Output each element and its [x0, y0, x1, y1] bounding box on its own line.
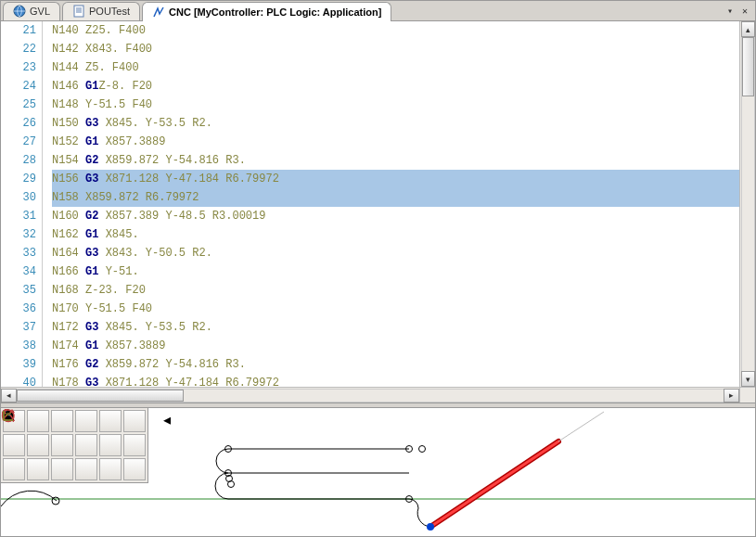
line-number: 32 — [1, 225, 36, 244]
line-number-gutter: 2122232425262728293031323334353637383940 — [1, 21, 43, 387]
rot-left-button[interactable] — [3, 458, 25, 480]
scroll-up-button[interactable]: ▴ — [741, 21, 755, 37]
tab-cnc[interactable]: CNC [MyController: PLC Logic: Applicatio… — [142, 2, 391, 21]
axes-yz-button[interactable]: yz — [123, 458, 146, 480]
line-number: 27 — [1, 133, 36, 151]
svg-line-54 — [558, 412, 604, 441]
first-button[interactable] — [3, 434, 25, 456]
code-line[interactable]: N174 G1 X857.3889 — [52, 337, 739, 355]
rot-arc-button[interactable] — [51, 458, 73, 480]
code-line[interactable]: N144 Z5. F400 — [52, 58, 739, 77]
code-editor: 2122232425262728293031323334353637383940… — [1, 21, 755, 403]
tab-label: GVL — [30, 6, 50, 17]
roi-button[interactable] — [123, 410, 146, 432]
code-line[interactable]: N158 X859.872 R6.79972 — [52, 188, 739, 207]
tab-gvl[interactable]: GVL — [3, 2, 60, 20]
play-button[interactable] — [123, 434, 146, 456]
zoom-reset-button[interactable] — [75, 410, 97, 432]
prev-button[interactable] — [27, 434, 49, 456]
line-number: 22 — [1, 40, 36, 58]
line-number: 31 — [1, 207, 36, 225]
line-number: 33 — [1, 244, 36, 262]
line-number: 29 — [1, 170, 36, 188]
code-line[interactable]: N178 G3 X871.128 Y-47.184 R6.79972 — [52, 374, 739, 387]
next-button[interactable] — [51, 434, 73, 456]
line-number: 34 — [1, 262, 36, 281]
line-number: 39 — [1, 355, 36, 374]
axes-xz-button[interactable]: xz — [99, 458, 122, 480]
code-line[interactable]: N176 G2 X859.872 Y-54.816 R3. — [52, 355, 739, 374]
line-number: 30 — [1, 188, 36, 207]
cnc-preview-pane[interactable]: xyxzyz ◂ — [1, 408, 755, 536]
document-icon — [72, 5, 85, 18]
code-line[interactable]: N156 G3 X871.128 Y-47.184 R6.79972 — [52, 170, 739, 188]
zoom-fit-button[interactable] — [27, 410, 49, 432]
line-number: 24 — [1, 77, 36, 96]
tab-label: POUTest — [89, 6, 130, 17]
line-number: 35 — [1, 281, 36, 300]
line-number: 38 — [1, 337, 36, 355]
svg-point-44 — [52, 497, 59, 505]
code-line[interactable]: N142 X843. F400 — [52, 40, 739, 58]
record-button[interactable] — [99, 434, 122, 456]
code-line[interactable]: N152 G1 X857.3889 — [52, 133, 739, 151]
code-line[interactable]: N140 Z25. F400 — [52, 21, 739, 40]
preview-toolbar: xyxzyz — [1, 408, 148, 483]
vscroll-track[interactable] — [741, 37, 755, 371]
svg-point-51 — [419, 446, 426, 453]
code-line[interactable]: N168 Z-23. F20 — [52, 281, 739, 300]
code-line[interactable]: N154 G2 X859.872 Y-54.816 R3. — [52, 151, 739, 170]
code-line[interactable]: N166 G1 Y-51. — [52, 262, 739, 281]
scroll-down-button[interactable]: ▾ — [741, 371, 755, 387]
zoom-out-button[interactable] — [51, 410, 73, 432]
axes-xy-button[interactable]: xy — [75, 458, 97, 480]
last-button[interactable] — [75, 434, 97, 456]
code-line[interactable]: N150 G3 X845. Y-53.5 R2. — [52, 114, 739, 133]
svg-point-55 — [427, 523, 434, 531]
code-line[interactable]: N164 G3 X843. Y-50.5 R2. — [52, 244, 739, 262]
hscroll-track[interactable] — [17, 389, 724, 403]
cnc-icon — [152, 6, 165, 19]
code-text-area[interactable]: N140 Z25. F400N142 X843. F400N144 Z5. F4… — [43, 21, 739, 387]
horizontal-scrollbar[interactable]: ◂ ▸ — [1, 387, 739, 403]
scroll-corner — [739, 387, 755, 403]
svg-line-53 — [430, 441, 558, 527]
rot-down-button[interactable] — [27, 458, 49, 480]
svg-text:yz: yz — [6, 411, 11, 416]
hscroll-thumb[interactable] — [17, 390, 184, 402]
line-number: 37 — [1, 318, 36, 337]
line-number: 23 — [1, 58, 36, 77]
vertical-scrollbar[interactable]: ▴ ▾ — [739, 21, 755, 387]
globe-icon — [13, 5, 26, 18]
close-button[interactable]: ✕ — [738, 5, 751, 18]
code-line[interactable]: N146 G1Z-8. F20 — [52, 77, 739, 96]
line-number: 21 — [1, 21, 36, 40]
svg-point-49 — [228, 481, 235, 488]
vscroll-thumb[interactable] — [742, 37, 754, 96]
tab-bar: GVL POUTest CNC [MyController: PLC Logic… — [1, 1, 755, 21]
scroll-left-button[interactable]: ◂ — [1, 389, 17, 403]
svg-rect-1 — [74, 6, 83, 17]
line-number: 25 — [1, 96, 36, 114]
code-line[interactable]: N160 G2 X857.389 Y-48.5 R3.00019 — [52, 207, 739, 225]
code-line[interactable]: N172 G3 X845. Y-53.5 R2. — [52, 318, 739, 337]
code-line[interactable]: N170 Y-51.5 F40 — [52, 300, 739, 318]
line-number: 26 — [1, 114, 36, 133]
scroll-right-button[interactable]: ▸ — [724, 389, 739, 403]
code-line[interactable]: N162 G1 X845. — [52, 225, 739, 244]
dropdown-button[interactable]: ▾ — [724, 5, 737, 18]
tab-poutest[interactable]: POUTest — [62, 2, 140, 20]
line-number: 36 — [1, 300, 36, 318]
pan-button[interactable] — [99, 410, 122, 432]
line-number: 28 — [1, 151, 36, 170]
tab-label: CNC [MyController: PLC Logic: Applicatio… — [169, 6, 381, 18]
code-line[interactable]: N148 Y-51.5 F40 — [52, 96, 739, 114]
